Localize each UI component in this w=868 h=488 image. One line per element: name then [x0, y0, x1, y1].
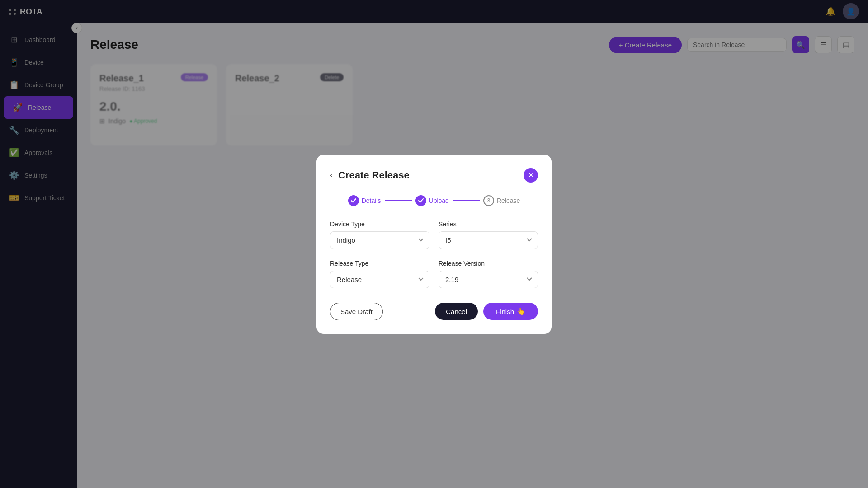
release-type-group: Release Type Release Beta Alpha — [330, 260, 429, 288]
save-draft-button[interactable]: Save Draft — [330, 303, 383, 320]
step-release-label: Release — [497, 197, 520, 204]
release-version-group: Release Version 2.19 2.18 2.17 — [439, 260, 538, 288]
step-details: Details — [348, 195, 381, 206]
cancel-button[interactable]: Cancel — [435, 303, 478, 320]
close-icon: ✕ — [528, 171, 534, 179]
release-version-label: Release Version — [439, 260, 538, 267]
step-upload-label: Upload — [429, 197, 449, 204]
release-version-select[interactable]: 2.19 2.18 2.17 — [439, 271, 538, 288]
cursor-icon: 👆 — [517, 307, 525, 315]
modal-footer: Save Draft Cancel Finish 👆 — [330, 303, 538, 320]
create-release-modal: ‹ Create Release ✕ Details — [316, 155, 552, 334]
device-type-group: Device Type Indigo Nexus Orion — [330, 221, 429, 249]
step-release-circle: 3 — [483, 195, 494, 206]
action-buttons: Cancel Finish 👆 — [435, 303, 538, 320]
modal-title: Create Release — [338, 169, 518, 181]
step-upload: Upload — [415, 195, 449, 206]
step-upload-circle — [415, 195, 426, 206]
main-content: Release + Create Release 🔍 ☰ ▤ Release_1… — [77, 23, 868, 488]
series-group: Series I5 I6 I7 — [439, 221, 538, 249]
wizard-steps: Details Upload 3 Release — [330, 195, 538, 206]
step-release-number: 3 — [487, 197, 491, 204]
step-line-2 — [453, 200, 480, 201]
series-select[interactable]: I5 I6 I7 — [439, 231, 538, 249]
release-type-select[interactable]: Release Beta Alpha — [330, 271, 429, 288]
step-line-1 — [385, 200, 412, 201]
modal-back-button[interactable]: ‹ — [330, 170, 333, 180]
finish-label: Finish — [496, 308, 514, 315]
finish-button[interactable]: Finish 👆 — [483, 303, 538, 320]
release-type-label: Release Type — [330, 260, 429, 267]
step-details-circle — [348, 195, 359, 206]
modal-close-button[interactable]: ✕ — [524, 168, 538, 183]
modal-overlay: ‹ Create Release ✕ Details — [0, 0, 868, 488]
modal-header: ‹ Create Release ✕ — [330, 168, 538, 183]
form-row-2: Release Type Release Beta Alpha Release … — [330, 260, 538, 288]
device-type-select[interactable]: Indigo Nexus Orion — [330, 231, 429, 249]
step-release: 3 Release — [483, 195, 520, 206]
device-type-label: Device Type — [330, 221, 429, 228]
step-details-label: Details — [362, 197, 381, 204]
series-label: Series — [439, 221, 538, 228]
form-row-1: Device Type Indigo Nexus Orion Series I5… — [330, 221, 538, 249]
